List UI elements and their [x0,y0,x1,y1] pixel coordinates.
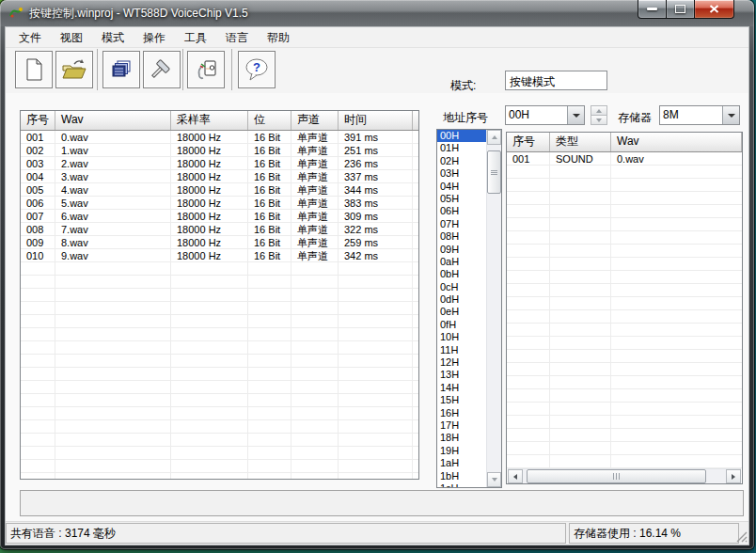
mode-field: 按键模式 [505,71,607,90]
cell: 16 Bit [248,183,291,197]
cell: 18000 Hz [171,157,248,170]
address-dropdown-button[interactable] [567,106,584,124]
address-item-10H[interactable]: 10H [437,331,486,343]
status-total-voice: 共有语音 : 3174 毫秒 [6,523,566,544]
wav-column-header-1[interactable]: Wav [55,111,171,130]
address-item-00H[interactable]: 00H [437,130,486,142]
voice-column-header-2[interactable]: Wav [611,133,742,151]
address-item-07H[interactable]: 07H [437,218,486,230]
voice-column-header-1[interactable]: 类型 [550,133,611,151]
address-item-1cH[interactable]: 1cH [437,482,486,487]
address-item-16H[interactable]: 16H [437,407,486,419]
thumb-grip [491,174,497,175]
titlebar[interactable]: 按键控制.winproj - WT588D VoiceChip V1.5 [0,0,754,26]
wav-row-009[interactable]: 0098.wav18000 Hz16 Bit单声道259 ms [21,236,418,249]
wav-row-004[interactable]: 0043.wav18000 Hz16 Bit单声道337 ms [21,170,418,183]
menu-item-5[interactable]: 语言 [216,28,258,47]
menu-item-0[interactable]: 文件 [9,28,51,47]
voice-table-hscrollbar[interactable] [508,468,741,483]
address-item-03H[interactable]: 03H [437,167,486,180]
build-tool-icon [150,57,174,82]
wav-column-header-3[interactable]: 位 [248,111,291,130]
address-label: 地址序号 [443,110,488,126]
address-item-17H[interactable]: 17H [437,419,486,432]
address-spinner [591,105,607,125]
address-item-0dH[interactable]: 0dH [437,293,486,306]
resize-grip-icon[interactable] [736,531,748,543]
address-item-19H[interactable]: 19H [437,445,486,457]
scroll-up-button[interactable] [487,130,501,145]
address-item-09H[interactable]: 09H [437,244,486,256]
menu-item-2[interactable]: 模式 [92,28,134,47]
minimize-button[interactable] [638,0,667,19]
memory-combobox[interactable]: 8M [659,105,740,125]
address-item-0bH[interactable]: 0bH [437,268,486,280]
address-combobox[interactable]: 00H [505,105,585,125]
address-item-1aH[interactable]: 1aH [437,457,486,469]
wav-row-002[interactable]: 0021.wav18000 Hz16 Bit单声道251 ms [21,144,418,157]
cell: 0.wav [611,152,742,166]
scroll-right-button[interactable] [726,469,741,483]
wav-column-header-5[interactable]: 时间 [339,111,413,130]
address-scrollbar[interactable] [486,130,501,487]
scrollbar-thumb[interactable] [527,469,706,483]
address-item-0cH[interactable]: 0cH [437,281,486,293]
app-window: 按键控制.winproj - WT588D VoiceChip V1.5 文件视… [0,0,754,549]
menu-item-6[interactable]: 帮助 [258,28,299,47]
memory-dropdown-button[interactable] [722,106,739,124]
voice-column-header-0[interactable]: 序号 [507,133,550,151]
wav-row-008[interactable]: 0087.wav18000 Hz16 Bit单声道322 ms [21,223,418,236]
new-project-button[interactable] [15,51,53,88]
wav-column-header-2[interactable]: 采样率 [171,111,248,130]
wav-row-003[interactable]: 0032.wav18000 Hz16 Bit单声道236 ms [21,157,418,170]
menu-item-1[interactable]: 视图 [51,28,92,47]
close-button[interactable] [694,0,734,19]
toolbar-separator [182,49,183,90]
scroll-down-button[interactable] [487,472,501,487]
thumb-grip [619,473,620,480]
voice-table-body: 001SOUND0.wav [507,152,742,469]
cell: 18000 Hz [171,210,248,223]
menu-item-4[interactable]: 工具 [175,28,216,47]
wav-table-body: 0010.wav18000 Hz16 Bit单声道391 ms0021.wav1… [21,131,418,480]
address-item-11H[interactable]: 11H [437,344,486,356]
build-tool-button[interactable] [143,51,181,88]
address-item-0eH[interactable]: 0eH [437,306,486,318]
address-item-18H[interactable]: 18H [437,432,486,444]
wav-row-010[interactable]: 0109.wav18000 Hz16 Bit单声道342 ms [21,249,418,262]
spinner-up-button[interactable] [591,105,607,116]
wav-row-006[interactable]: 0065.wav18000 Hz16 Bit单声道383 ms [21,197,418,210]
open-project-button[interactable] [55,51,93,88]
scroll-left-button[interactable] [508,469,523,483]
address-item-14H[interactable]: 14H [437,382,486,394]
address-item-04H[interactable]: 04H [437,181,486,193]
wav-column-header-4[interactable]: 声道 [291,111,339,130]
client-area: 文件视图模式操作工具语言帮助 [5,26,749,545]
wav-row-007[interactable]: 0076.wav18000 Hz16 Bit单声道309 ms [21,210,418,223]
maximize-button[interactable] [667,0,694,19]
cell: 007 [21,210,55,223]
address-item-08H[interactable]: 08H [437,230,486,243]
cell: 16 Bit [248,197,291,210]
cell: 18000 Hz [171,249,248,262]
address-item-06H[interactable]: 06H [437,205,486,217]
address-item-02H[interactable]: 02H [437,155,486,167]
voice-row-001[interactable]: 001SOUND0.wav [507,152,742,166]
address-item-1bH[interactable]: 1bH [437,470,486,482]
voice-library-button[interactable] [102,51,140,88]
address-item-0aH[interactable]: 0aH [437,256,486,268]
menu-item-3[interactable]: 操作 [134,28,175,47]
wav-row-001[interactable]: 0010.wav18000 Hz16 Bit单声道391 ms [21,131,418,144]
spinner-down-button[interactable] [591,116,607,125]
address-item-01H[interactable]: 01H [437,142,486,154]
address-item-05H[interactable]: 05H [437,193,486,205]
address-item-12H[interactable]: 12H [437,356,486,369]
help-button[interactable]: ? [238,51,276,88]
address-item-0fH[interactable]: 0fH [437,319,486,331]
scrollbar-thumb[interactable] [487,150,501,194]
address-item-13H[interactable]: 13H [437,369,486,381]
wav-column-header-0[interactable]: 序号 [21,111,55,130]
address-item-15H[interactable]: 15H [437,394,486,406]
wav-row-005[interactable]: 0054.wav18000 Hz16 Bit单声道344 ms [21,183,418,197]
download-chip-button[interactable] [187,51,225,88]
